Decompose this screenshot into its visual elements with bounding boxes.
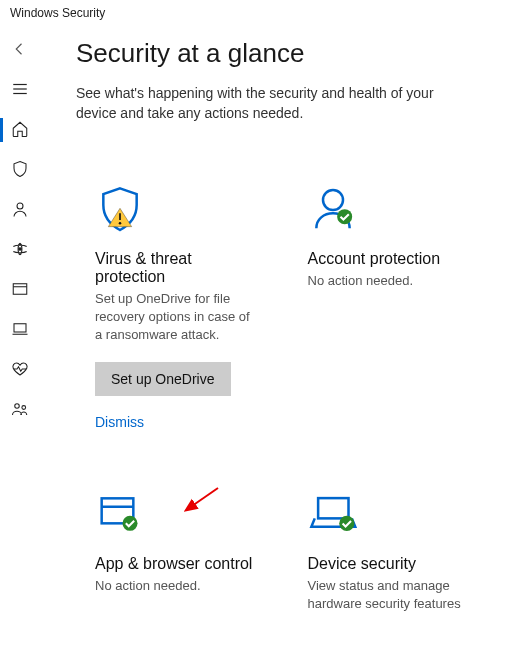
person-icon	[11, 200, 29, 221]
card-title: Device security	[308, 555, 473, 573]
page-title: Security at a glance	[76, 38, 491, 69]
appbrowser-icon-wrap	[95, 490, 260, 545]
card-text: Set up OneDrive for file recovery option…	[95, 290, 260, 345]
menu-button[interactable]	[0, 70, 40, 110]
browser-ok-icon	[95, 490, 145, 540]
back-icon	[11, 40, 29, 61]
network-icon	[10, 240, 30, 261]
laptop-ok-icon	[308, 490, 362, 540]
window-title: Windows Security	[0, 0, 519, 26]
account-icon-wrap	[308, 185, 473, 240]
virus-icon-wrap	[95, 185, 260, 240]
sidebar-item-firewall[interactable]	[0, 230, 40, 270]
sidebar-item-health[interactable]	[0, 350, 40, 390]
menu-icon	[11, 80, 29, 101]
sidebar-item-appbrowser[interactable]	[0, 270, 40, 310]
browser-icon	[11, 280, 29, 301]
home-icon	[11, 120, 29, 141]
back-button[interactable]	[0, 30, 40, 70]
person-ok-icon	[308, 185, 358, 235]
svg-point-13	[119, 222, 122, 225]
sidebar	[0, 26, 40, 650]
svg-rect-19	[318, 498, 348, 518]
heart-icon	[11, 360, 29, 381]
svg-point-14	[323, 190, 343, 210]
main-content: Security at a glance See what's happenin…	[40, 26, 519, 650]
shield-icon	[11, 160, 29, 181]
laptop-icon	[11, 320, 29, 341]
card-virus-threat[interactable]: Virus & threat protection Set up OneDriv…	[76, 164, 279, 460]
card-title: App & browser control	[95, 555, 260, 573]
cards-grid: Virus & threat protection Set up OneDriv…	[76, 164, 491, 643]
card-account-protection[interactable]: Account protection No action needed.	[289, 164, 492, 460]
dismiss-link[interactable]: Dismiss	[95, 414, 260, 430]
svg-rect-5	[13, 283, 27, 294]
svg-rect-7	[14, 323, 26, 331]
page-subtitle: See what's happening with the security a…	[76, 83, 476, 124]
setup-onedrive-button[interactable]: Set up OneDrive	[95, 362, 231, 396]
svg-point-20	[339, 516, 354, 531]
card-text: No action needed.	[95, 577, 260, 595]
sidebar-item-account[interactable]	[0, 190, 40, 230]
svg-point-3	[17, 203, 23, 209]
card-app-browser[interactable]: App & browser control No action needed.	[76, 469, 279, 642]
card-text: View status and manage hardware security…	[308, 577, 473, 613]
svg-point-10	[22, 405, 26, 409]
card-device-security[interactable]: Device security View status and manage h…	[289, 469, 492, 642]
sidebar-item-device[interactable]	[0, 310, 40, 350]
card-title: Virus & threat protection	[95, 250, 260, 286]
sidebar-item-home[interactable]	[0, 110, 40, 150]
family-icon	[11, 400, 29, 421]
svg-point-15	[337, 209, 352, 224]
card-title: Account protection	[308, 250, 473, 268]
sidebar-item-virus[interactable]	[0, 150, 40, 190]
svg-point-4	[19, 247, 22, 250]
device-icon-wrap	[308, 490, 473, 545]
svg-point-9	[15, 403, 20, 408]
sidebar-item-family[interactable]	[0, 390, 40, 430]
card-text: No action needed.	[308, 272, 473, 290]
svg-point-18	[123, 516, 138, 531]
shield-warning-icon	[95, 185, 145, 235]
